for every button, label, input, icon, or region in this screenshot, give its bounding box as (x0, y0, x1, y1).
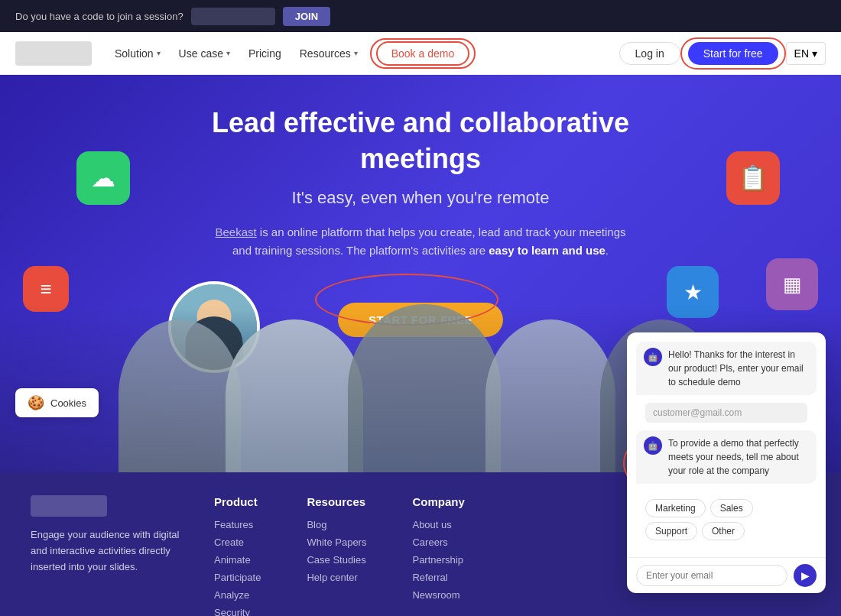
nav-pricing[interactable]: Pricing (248, 47, 281, 60)
chat-bot-message-1: 🤖 Hello! Thanks for the interest in our … (636, 342, 817, 395)
footer-link-helpcenter[interactable]: Help center (307, 572, 366, 583)
footer-tagline: Engage your audience with digital and in… (31, 527, 183, 575)
footer-product-col: Product Features Create Animate Particip… (214, 495, 261, 608)
chevron-down-icon: ▾ (812, 47, 817, 60)
footer-link-animate[interactable]: Animate (214, 554, 261, 566)
cookies-bar[interactable]: 🍪 Cookies (15, 388, 99, 417)
login-button[interactable]: Log in (619, 42, 680, 65)
footer-link-blog[interactable]: Blog (307, 519, 366, 530)
cookie-icon: 🍪 (28, 394, 44, 411)
chat-bot-message-2: 🤖 To provide a demo that perfectly meets… (636, 430, 817, 484)
chevron-down-icon: ▾ (226, 49, 230, 57)
chat-email-input[interactable] (636, 565, 787, 586)
footer-link-aboutus[interactable]: About us (412, 519, 464, 530)
board-icon: 📋 (726, 151, 780, 205)
hero-subheadline: It's easy, even when you're remote (292, 188, 550, 208)
footer-company-col: Company About us Careers Partnership Ref… (412, 495, 464, 608)
language-selector[interactable]: EN ▾ (786, 42, 826, 65)
nav-solution[interactable]: Solution ▾ (115, 47, 161, 60)
role-other-button[interactable]: Other (702, 522, 745, 540)
bot-avatar-2: 🤖 (644, 436, 662, 455)
chat-send-button[interactable]: ▶ (794, 564, 817, 587)
bot-avatar-1: 🤖 (644, 348, 662, 366)
footer-link-security[interactable]: Security (214, 607, 261, 616)
start-free-navbar-button[interactable]: Start for free (688, 42, 778, 65)
hero-description: Beekast is an online platform that helps… (206, 223, 635, 260)
footer-product-heading: Product (214, 495, 261, 508)
footer-link-referral[interactable]: Referral (412, 572, 464, 583)
footer-brand: Engage your audience with digital and in… (31, 495, 183, 608)
session-code-input[interactable] (191, 8, 275, 25)
footer-link-casestudies[interactable]: Case Studies (307, 554, 366, 566)
topbar-label: Do you have a code to join a session? (15, 11, 183, 22)
footer-link-whitepapers[interactable]: White Papers (307, 537, 366, 548)
hero-headline: Lead effective and collaborative meeting… (176, 105, 665, 177)
footer-link-features[interactable]: Features (214, 519, 261, 530)
chat-messages: 🤖 Hello! Thanks for the interest in our … (627, 332, 826, 557)
chat-email-display: customer@gmail.com (645, 403, 807, 423)
footer-link-newsroom[interactable]: Newsroom (412, 589, 464, 601)
nav-usecase[interactable]: Use case ▾ (179, 47, 230, 60)
table-icon: ▦ (766, 258, 818, 310)
footer-company-heading: Company (412, 495, 464, 508)
nav-resources[interactable]: Resources ▾ (300, 47, 358, 60)
footer-link-analyze[interactable]: Analyze (214, 589, 261, 601)
role-support-button[interactable]: Support (645, 522, 697, 540)
logo (15, 41, 92, 66)
chat-widget: 🤖 Hello! Thanks for the interest in our … (627, 332, 826, 593)
footer-link-careers[interactable]: Careers (412, 537, 464, 548)
role-sales-button[interactable]: Sales (710, 499, 753, 517)
cloud-icon: ☁ (76, 151, 130, 205)
chevron-down-icon: ▾ (157, 49, 161, 57)
footer-resources-heading: Resources (307, 495, 366, 508)
brand-name: Beekast (216, 225, 257, 238)
cookies-label: Cookies (50, 397, 86, 409)
chevron-down-icon: ▾ (354, 49, 358, 57)
navbar: Solution ▾ Use case ▾ Pricing Resources … (0, 32, 841, 75)
book-demo-button[interactable]: Book a demo (376, 41, 470, 66)
footer-resources-col: Resources Blog White Papers Case Studies… (307, 495, 366, 608)
join-button[interactable]: JOIN (283, 7, 330, 26)
chat-role-buttons: Marketing Sales Support Other (636, 491, 817, 548)
footer-link-partnership[interactable]: Partnership (412, 554, 464, 566)
footer-link-create[interactable]: Create (214, 537, 261, 548)
footer-logo (31, 495, 107, 517)
chat-footer: ▶ (627, 557, 826, 593)
nav-right: Log in Start for free EN ▾ (619, 42, 826, 65)
footer-link-participate[interactable]: Participate (214, 572, 261, 583)
top-bar: Do you have a code to join a session? JO… (0, 0, 841, 32)
nav-links: Solution ▾ Use case ▾ Pricing Resources … (115, 41, 469, 66)
role-marketing-button[interactable]: Marketing (645, 499, 706, 517)
